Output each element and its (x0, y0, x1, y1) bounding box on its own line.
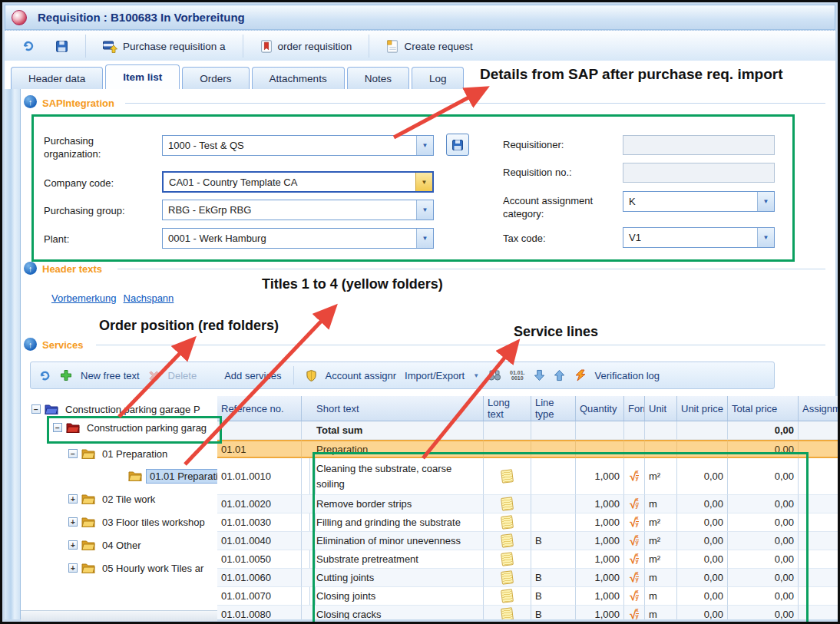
long-text-note-icon[interactable] (501, 497, 514, 511)
add-icon[interactable] (60, 369, 72, 381)
tree-item-title-04[interactable]: + 04 Other (68, 537, 144, 553)
tree-item-title-01[interactable]: − 01 Preparation (68, 445, 170, 462)
formula-icon[interactable]: √xy (630, 516, 638, 529)
red-folder-icon (66, 422, 80, 433)
formula-icon[interactable]: √xy (630, 534, 638, 547)
search-binoculars-icon[interactable] (488, 370, 501, 381)
tree-item-title-01-01[interactable]: 01.01 Preparation (128, 467, 219, 484)
formula-icon[interactable]: √xy (630, 608, 638, 619)
column-unit-price[interactable]: Unit price (677, 396, 728, 421)
tree-item-project[interactable]: − Construction parking garage P (31, 401, 203, 418)
dropdown-arrow-icon[interactable]: ▼ (416, 229, 433, 248)
link-vorbemerkung[interactable]: Vorbemerkung (51, 292, 117, 304)
long-text-note-icon[interactable] (501, 607, 514, 619)
new-free-text-button[interactable]: New free text (81, 370, 140, 381)
table-row[interactable]: 01.01.0020 Remove border strips 1,000 √x… (217, 495, 838, 513)
collapse-section-icon[interactable]: ↑ (24, 262, 37, 275)
column-total-price[interactable]: Total price (728, 396, 799, 421)
tab-attachments[interactable]: Attachments (252, 67, 345, 89)
tree-expand-icon[interactable]: + (68, 517, 78, 527)
table-row[interactable]: 01.01.0060 Cutting joints B 1,000 √xy m … (217, 569, 838, 587)
requisition-no-input[interactable] (623, 163, 775, 183)
company-code-select[interactable]: CA01 - Country Template CA ▼ (162, 171, 434, 193)
dropdown-arrow-icon[interactable]: ▼ (416, 136, 433, 155)
column-long-text[interactable]: Long text (484, 396, 531, 421)
move-down-icon[interactable] (534, 369, 545, 381)
save-sap-data-button[interactable] (446, 134, 469, 156)
tab-log[interactable]: Log (412, 67, 465, 89)
long-text-note-icon[interactable] (501, 515, 514, 530)
formula-icon[interactable]: √xy (630, 470, 638, 483)
order-requisition-button[interactable]: order requisition (254, 37, 359, 56)
purchase-requisition-button[interactable]: Purchase requisition a (97, 37, 232, 56)
tab-orders[interactable]: Orders (182, 67, 249, 89)
tree-expand-icon[interactable]: + (68, 494, 78, 503)
table-row[interactable]: 01.01.0080 Closing cracks B 1,000 √xy m … (217, 606, 838, 619)
tree-item-title-02[interactable]: + 02 Tile work (68, 490, 158, 507)
column-line-type[interactable]: Line type (531, 396, 576, 421)
column-form[interactable]: Form (624, 396, 645, 421)
tree-collapse-icon[interactable]: − (68, 449, 78, 458)
left-splitter[interactable] (5, 89, 21, 619)
tab-header-data[interactable]: Header data (11, 67, 103, 89)
section-title-header-texts: Header texts (42, 263, 102, 275)
formula-icon[interactable]: √xy (630, 497, 638, 510)
long-text-note-icon[interactable] (501, 533, 514, 548)
table-row[interactable]: 01.01.0010 Cleaning the substrate, coars… (217, 458, 838, 495)
link-nachspann[interactable]: Nachspann (124, 292, 174, 304)
verification-log-button[interactable]: Verification log (595, 370, 660, 381)
formula-icon[interactable]: √xy (630, 589, 638, 603)
table-row[interactable]: 01.01.0030 Filling and grinding the subs… (217, 513, 838, 532)
long-text-note-icon[interactable] (501, 469, 514, 484)
goto-position-icon[interactable]: 01.01. 0010 (510, 370, 524, 381)
tree-expand-icon[interactable]: + (68, 563, 78, 573)
tab-item-list[interactable]: Item list (105, 64, 180, 90)
tab-notes[interactable]: Notes (347, 67, 409, 89)
collapse-section-icon[interactable]: ↑ (24, 95, 37, 108)
purchasing-group-select[interactable]: RBG - EkGrp RBG ▼ (162, 200, 434, 220)
requisitioner-input[interactable] (623, 135, 775, 155)
dropdown-arrow-icon[interactable]: ▼ (757, 192, 774, 211)
tree-expand-icon[interactable]: + (68, 540, 78, 550)
table-row[interactable]: 01.01.0040 Elimination of minor unevenne… (217, 532, 838, 550)
delete-button[interactable]: Delete (168, 370, 197, 381)
refresh-icon[interactable] (38, 369, 51, 382)
long-text-note-icon[interactable] (501, 552, 514, 566)
column-assignment[interactable]: Assignment (799, 396, 838, 421)
refresh-button[interactable] (15, 36, 41, 56)
create-request-button[interactable]: Create request (380, 37, 478, 56)
account-assignment-category-select[interactable]: K ▼ (623, 191, 775, 212)
tree-horizontal-scrollbar[interactable] (21, 610, 217, 621)
dropdown-arrow-icon[interactable]: ▼ (415, 173, 432, 191)
tree-item-title-05[interactable]: + 05 Hourly work Tiles ar (68, 560, 207, 576)
formula-icon[interactable]: √xy (630, 571, 638, 584)
formula-icon[interactable]: √xy (630, 553, 638, 566)
selected-group-row[interactable]: 01.01 Preparation 0,00 (217, 440, 838, 458)
long-text-note-icon[interactable] (501, 570, 514, 585)
add-services-button[interactable]: Add services (224, 370, 281, 381)
plant-select[interactable]: 0001 - Werk Hamburg ▼ (162, 228, 434, 249)
column-quantity[interactable]: Quantity (576, 396, 624, 421)
tree-collapse-icon[interactable]: − (31, 404, 41, 414)
column-short-text[interactable]: Short text (313, 396, 484, 421)
label-purchasing-organization: Purchasing organization: (44, 134, 151, 160)
column-unit[interactable]: Unit (645, 396, 677, 421)
tree-collapse-icon[interactable]: − (53, 423, 62, 432)
tax-code-select[interactable]: V1 ▼ (623, 227, 775, 248)
purchasing-organization-select[interactable]: 1000 - Test & QS ▼ (162, 135, 434, 156)
chevron-down-icon[interactable]: ▼ (473, 372, 479, 379)
move-up-icon[interactable] (554, 369, 565, 381)
import-export-button[interactable]: Import/Export (405, 370, 465, 381)
table-header-row: Reference no. Short text Long text Line … (217, 396, 838, 421)
save-button[interactable] (49, 37, 74, 56)
tree-item-order-position[interactable]: − Construction parking garag (53, 419, 210, 436)
tree-item-title-03[interactable]: + 03 Floor tiles workshop (68, 513, 208, 530)
dropdown-arrow-icon[interactable]: ▼ (757, 228, 774, 247)
dropdown-arrow-icon[interactable]: ▼ (416, 200, 433, 220)
long-text-note-icon[interactable] (501, 589, 514, 603)
account-assignment-button[interactable]: Account assignr (326, 370, 397, 381)
table-row[interactable]: 01.01.0050 Substrate pretreatment 1,000 … (217, 550, 838, 569)
collapse-section-icon[interactable]: ↑ (24, 338, 37, 351)
column-reference[interactable]: Reference no. (217, 396, 302, 421)
table-row[interactable]: 01.01.0070 Closing joints B 1,000 √xy m … (217, 587, 838, 606)
